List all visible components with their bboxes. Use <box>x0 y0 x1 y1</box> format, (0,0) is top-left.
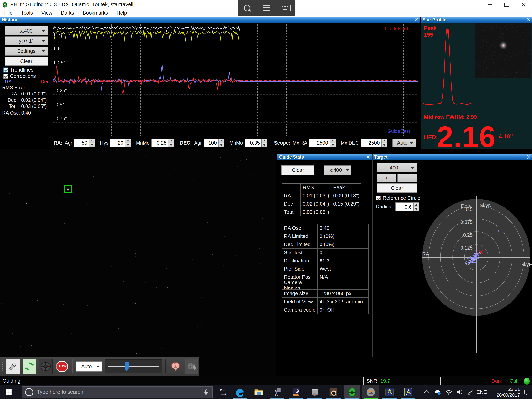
dec-aggression-spinner[interactable] <box>218 139 224 147</box>
slider-track[interactable] <box>108 366 159 367</box>
taskbar-astro-app-2[interactable] <box>288 385 304 399</box>
taskbar-starmap-app-2[interactable] <box>400 385 417 399</box>
menu-bookmarks[interactable]: Bookmarks <box>78 10 112 16</box>
toolbar-grip-handle[interactable] <box>1 359 4 374</box>
hysteresis-spinner[interactable] <box>125 139 131 147</box>
spinner-down-icon[interactable] <box>125 143 131 147</box>
trendlines-checkbox[interactable]: Trendlines <box>3 67 33 73</box>
radius-input[interactable]: 0.6 <box>395 202 413 211</box>
microphone-icon[interactable] <box>203 389 209 395</box>
star-profile-close-icon[interactable] <box>526 18 531 22</box>
spinner-down-icon[interactable] <box>261 143 267 147</box>
guide-stats-clear-button[interactable]: Clear <box>281 165 315 175</box>
radius-spinner[interactable] <box>413 202 419 211</box>
guide-stats-close-icon[interactable] <box>366 155 370 159</box>
camera-view[interactable] <box>0 149 276 376</box>
target-zoom-out-button[interactable]: - <box>398 174 417 182</box>
taskbar-starmap-app-1[interactable] <box>381 385 398 399</box>
exposure-dropdown[interactable]: Auto <box>76 361 102 372</box>
maximize-button[interactable] <box>499 0 515 9</box>
tray-volume[interactable] <box>454 385 465 399</box>
stretch-slider[interactable] <box>105 360 162 373</box>
tray-clock[interactable]: 22:01 26/09/2017 <box>487 385 521 399</box>
spinner-up-icon[interactable] <box>381 139 387 143</box>
ra-aggression-input[interactable]: 50 <box>74 139 89 147</box>
spinner-down-icon[interactable] <box>89 143 95 147</box>
spinner-down-icon[interactable] <box>168 143 174 147</box>
tray-wifi[interactable] <box>443 385 454 399</box>
spinner-up-icon[interactable] <box>89 139 95 143</box>
menu-file[interactable]: File <box>0 10 17 16</box>
target-zoom-dropdown[interactable]: 400 <box>377 163 417 172</box>
target-clear-button[interactable]: Clear <box>377 183 417 193</box>
spinner-down-icon[interactable] <box>381 143 387 147</box>
action-center-button[interactable] <box>521 385 532 399</box>
tray-pen[interactable] <box>465 385 475 399</box>
spinner-up-icon[interactable] <box>168 139 174 143</box>
history-yscale-dropdown[interactable]: y:+/-1'' <box>5 36 48 45</box>
slider-handle[interactable] <box>125 362 128 371</box>
ra-aggression-spinner[interactable] <box>89 139 95 147</box>
guide-stats-titlebar[interactable]: Guide Stats <box>278 154 372 160</box>
history-clear-button[interactable]: Clear <box>5 57 48 66</box>
task-view-button[interactable] <box>215 385 231 399</box>
ra-minmove-spinner[interactable] <box>168 139 174 147</box>
camera-settings-button[interactable] <box>185 359 199 374</box>
tray-onedrive[interactable] <box>432 385 443 399</box>
search-input[interactable]: Type here to search <box>22 386 213 398</box>
menu-view[interactable]: View <box>37 10 57 16</box>
edge-browser-icon <box>235 387 245 397</box>
dec-minmove-spinner[interactable] <box>261 139 267 147</box>
reference-circle-checkbox[interactable]: Reference Circle <box>376 195 420 201</box>
guide-button[interactable] <box>39 359 53 374</box>
tray-chevron-up[interactable] <box>422 385 432 399</box>
target-close-icon[interactable] <box>526 155 531 159</box>
taskbar-edge[interactable] <box>232 385 248 399</box>
loop-exposures-button[interactable] <box>23 359 36 374</box>
history-titlebar[interactable]: History <box>0 17 420 23</box>
connect-equipment-button[interactable] <box>6 359 20 374</box>
spinner-up-icon[interactable] <box>218 139 224 143</box>
star-profile-titlebar[interactable]: Star Profile <box>421 17 532 23</box>
keyboard-icon[interactable] <box>280 4 291 13</box>
taskbar-phd2[interactable] <box>344 385 361 399</box>
target-zoom-in-button[interactable]: + <box>377 174 396 182</box>
dec-mode-dropdown[interactable]: Auto <box>392 139 416 147</box>
spinner-up-icon[interactable] <box>330 139 336 143</box>
magnifier-icon[interactable] <box>241 4 253 13</box>
menu-icon[interactable] <box>260 4 272 13</box>
hysteresis-input[interactable]: 20 <box>110 139 125 147</box>
corrections-checkbox[interactable]: Corrections <box>3 73 36 79</box>
taskbar-astro-app-3[interactable] <box>306 385 323 399</box>
history-xscale-dropdown[interactable]: x:400 <box>5 26 48 35</box>
taskbar-sync-app[interactable] <box>362 385 379 399</box>
target-titlebar[interactable]: Target <box>373 154 532 160</box>
spinner-down-icon[interactable] <box>330 143 336 147</box>
close-button[interactable] <box>515 0 532 9</box>
spinner-up-icon[interactable] <box>413 202 419 207</box>
history-settings-dropdown[interactable]: Settings <box>5 46 48 56</box>
history-close-icon[interactable] <box>414 18 418 22</box>
menu-darks[interactable]: Darks <box>57 10 78 16</box>
spinner-up-icon[interactable] <box>125 139 131 143</box>
dec-aggression-input[interactable]: 100 <box>204 139 218 147</box>
advanced-settings-button[interactable] <box>169 359 182 374</box>
spinner-down-icon[interactable] <box>413 207 419 211</box>
max-dec-spinner[interactable] <box>381 139 387 147</box>
menu-help[interactable]: Help <box>112 10 131 16</box>
dec-minmove-input[interactable]: 0.35 <box>245 139 261 147</box>
guide-stats-scale-dropdown[interactable]: x:400 <box>324 165 351 175</box>
taskbar-astro-app-4[interactable] <box>325 385 342 399</box>
ra-minmove-input[interactable]: 0.28 <box>152 139 168 147</box>
max-ra-spinner[interactable] <box>330 139 336 147</box>
start-button[interactable] <box>0 385 18 399</box>
spinner-up-icon[interactable] <box>261 139 267 143</box>
minimize-button[interactable] <box>482 0 499 9</box>
spinner-down-icon[interactable] <box>218 143 224 147</box>
stop-button[interactable]: STOP <box>55 359 69 374</box>
taskbar-file-explorer[interactable] <box>250 385 267 399</box>
max-dec-input[interactable]: 2500 <box>361 139 381 147</box>
menu-tools[interactable]: Tools <box>17 10 37 16</box>
taskbar-astro-app-1[interactable] <box>269 385 286 399</box>
max-ra-input[interactable]: 2500 <box>309 139 330 147</box>
